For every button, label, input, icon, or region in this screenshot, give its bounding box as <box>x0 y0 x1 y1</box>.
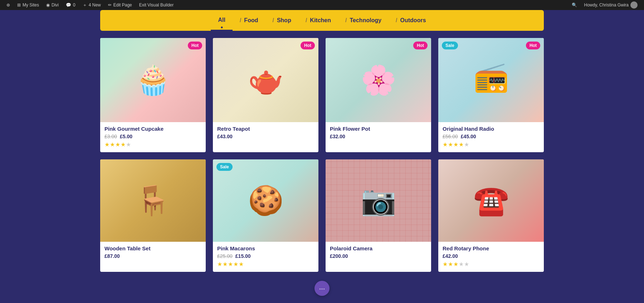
plus-icon: ＋ <box>83 2 87 8</box>
product-info: Pink Flower Pot£32.00 <box>326 122 431 145</box>
product-price: £3.00£5.00 <box>104 134 201 139</box>
product-rating: ★★★★★ <box>443 141 540 148</box>
badge-hot: Hot <box>188 42 202 49</box>
comment-icon: 💬 <box>66 3 71 8</box>
price-new: £5.00 <box>120 134 132 139</box>
product-price: £32.00 <box>330 134 427 139</box>
product-card[interactable]: HotRetro Teapot£43.00 <box>213 38 318 152</box>
nav-label: Food <box>244 17 258 24</box>
admin-bar-right: 🔍 Howdy, Christina Gwira <box>568 0 641 10</box>
product-name: Polaroid Camera <box>330 245 427 251</box>
nav-label: Shop <box>277 17 291 24</box>
product-info: Wooden Table Set£87.00 <box>100 242 206 265</box>
price-only: £42.00 <box>443 253 458 259</box>
admin-bar: ⊛ ⊞ My Sites ◉ Divi 💬 0 ＋ 4 New ✏ Edit P… <box>0 0 644 10</box>
product-card[interactable]: Wooden Table Set£87.00 <box>100 159 206 272</box>
price-old: £56.00 <box>443 134 458 139</box>
product-card[interactable]: HotPink Flower Pot£32.00 <box>326 38 431 152</box>
product-name: Wooden Table Set <box>104 245 201 251</box>
admin-bar-divi[interactable]: ◉ Divi <box>43 0 62 10</box>
nav-separator: / <box>396 17 397 24</box>
filter-nav-item-outdoors[interactable]: /Outdoors <box>389 10 433 31</box>
star-filled: ★ <box>223 261 228 268</box>
product-info: Polaroid Camera£200.00 <box>326 242 431 265</box>
filter-nav-item-technology[interactable]: /Technology <box>338 10 389 31</box>
nav-label: Kitchen <box>310 17 331 24</box>
edit-icon: ✏ <box>108 3 112 8</box>
badge-hot: Hot <box>301 42 315 49</box>
my-sites-icon: ⊞ <box>17 3 21 8</box>
filter-nav-item-all[interactable]: All <box>211 10 232 31</box>
star-filled: ★ <box>448 141 453 148</box>
product-image-macarons: Sale <box>213 159 318 242</box>
product-card[interactable]: Polaroid Camera£200.00 <box>326 159 431 272</box>
star-filled: ★ <box>443 141 448 148</box>
star-empty: ★ <box>126 141 131 148</box>
admin-bar-new[interactable]: ＋ 4 New <box>79 0 104 10</box>
product-image-cupcake: Hot <box>100 38 206 122</box>
nav-separator: / <box>345 17 347 24</box>
nav-separator: / <box>240 17 241 24</box>
badge-sale: Sale <box>216 163 233 171</box>
product-name: Red Rotary Phone <box>443 245 540 251</box>
product-image-radio: SaleHot <box>438 38 544 122</box>
star-filled: ★ <box>217 261 222 268</box>
nav-label: All <box>218 17 225 23</box>
price-new: £45.00 <box>461 134 476 139</box>
product-info: Red Rotary Phone£42.00★★★★★ <box>438 242 544 272</box>
star-empty: ★ <box>464 261 469 268</box>
star-filled: ★ <box>448 261 453 268</box>
star-filled: ★ <box>110 141 115 148</box>
filter-nav-item-shop[interactable]: /Shop <box>265 10 298 31</box>
search-icon: 🔍 <box>572 3 577 8</box>
star-filled: ★ <box>104 141 109 148</box>
nav-label: Outdoors <box>400 17 426 24</box>
filter-nav-item-food[interactable]: /Food <box>233 10 265 31</box>
star-empty: ★ <box>459 261 464 268</box>
product-image-teapot: Hot <box>213 38 318 122</box>
admin-bar-exit-vb[interactable]: Exit Visual Builder <box>136 0 177 10</box>
product-image-wrapper <box>438 159 544 242</box>
price-old: £25.00 <box>217 253 233 259</box>
product-rating: ★★★★★ <box>217 261 314 268</box>
product-price: £25.00£15.00 <box>217 253 314 259</box>
product-image-phone <box>438 159 544 242</box>
product-image-camera <box>326 159 431 242</box>
nav-active-dot <box>221 27 223 28</box>
admin-bar-wp-logo[interactable]: ⊛ <box>3 0 14 10</box>
product-name: Original Hand Radio <box>443 126 540 132</box>
admin-bar-my-sites[interactable]: ⊞ My Sites <box>14 0 43 10</box>
product-info: Original Hand Radio£56.00£45.00★★★★★ <box>438 122 544 152</box>
star-filled: ★ <box>443 261 448 268</box>
product-price: £43.00 <box>217 134 314 139</box>
filter-nav-item-kitchen[interactable]: /Kitchen <box>298 10 338 31</box>
product-card[interactable]: HotPink Gourmet Cupcake£3.00£5.00★★★★★ <box>100 38 206 152</box>
admin-bar-edit-page[interactable]: ✏ Edit Page <box>104 0 136 10</box>
product-grid: HotPink Gourmet Cupcake£3.00£5.00★★★★★Ho… <box>100 38 544 279</box>
product-card[interactable]: SalePink Macarons£25.00£15.00★★★★★ <box>213 159 318 272</box>
badge-hot: Hot <box>526 42 540 49</box>
product-image-wrapper <box>100 159 206 242</box>
star-filled: ★ <box>121 141 126 148</box>
admin-bar-user[interactable]: Howdy, Christina Gwira <box>581 0 641 10</box>
product-card[interactable]: Red Rotary Phone£42.00★★★★★ <box>438 159 544 272</box>
admin-bar-search[interactable]: 🔍 <box>568 0 581 10</box>
product-name: Pink Gourmet Cupcake <box>104 126 201 132</box>
product-price: £42.00 <box>443 253 540 259</box>
product-price: £56.00£45.00 <box>443 134 540 139</box>
star-filled: ★ <box>115 141 120 148</box>
price-only: £200.00 <box>330 253 348 259</box>
product-rating: ★★★★★ <box>104 141 201 148</box>
wp-icon: ⊛ <box>6 3 10 8</box>
star-filled: ★ <box>459 141 464 148</box>
avatar <box>630 1 638 9</box>
admin-bar-comments[interactable]: 💬 0 <box>62 0 79 10</box>
product-image-wrapper: Hot <box>213 38 318 122</box>
floating-action-button[interactable]: ··· <box>314 281 330 296</box>
star-filled: ★ <box>228 261 233 268</box>
product-info: Pink Macarons£25.00£15.00★★★★★ <box>213 242 318 272</box>
product-image-table <box>100 159 206 242</box>
divi-icon: ◉ <box>46 3 50 8</box>
badge-hot: Hot <box>413 42 428 49</box>
product-card[interactable]: SaleHotOriginal Hand Radio£56.00£45.00★★… <box>438 38 544 152</box>
